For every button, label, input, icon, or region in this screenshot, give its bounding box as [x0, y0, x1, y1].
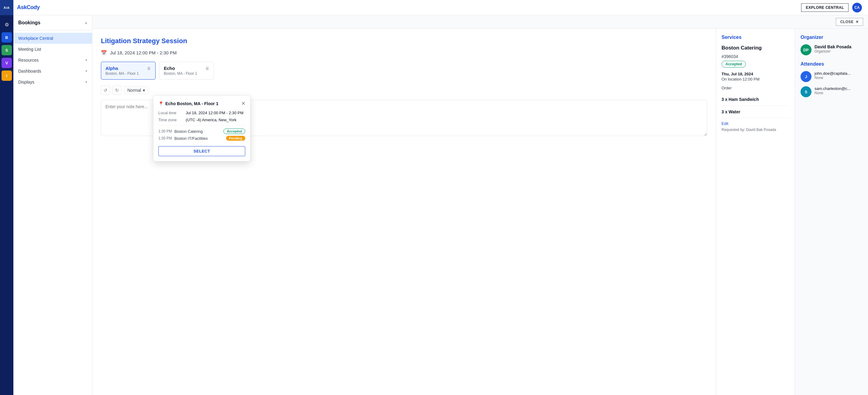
service-status-pending: Pending [226, 136, 245, 141]
services-panel-title: Services [721, 35, 789, 40]
module-v-icon[interactable]: V [2, 58, 12, 68]
attendee-info-john: john.doe@capitala... None [814, 71, 851, 80]
redo-button[interactable]: ↻ [113, 86, 122, 95]
popup-service-left-catering: 1:30 PM Boston Catering [158, 129, 203, 134]
module-i-icon[interactable]: I [2, 70, 12, 81]
sidebar-item-label: Displays [18, 79, 34, 85]
attendee-john: J john.doe@capitala... None [801, 71, 863, 82]
attendees-title: Attendees [801, 61, 863, 67]
room-card-echo[interactable]: Echo 🖥 Boston, MA - Floor 1 [159, 62, 214, 79]
attendee-sam: S sam.charleston@c... None [801, 86, 863, 97]
room-card-alpha[interactable]: Alpha 🖥 Boston, MA - Floor 1 [101, 62, 156, 79]
sidebar-item-displays[interactable]: Displays ▾ [13, 76, 92, 88]
collapse-sidebar-button[interactable]: « [85, 20, 87, 25]
timezone-label: Time zone [158, 118, 183, 122]
room-card-echo-header: Echo 🖥 [164, 66, 209, 71]
chevron-down-icon: ▾ [85, 58, 87, 62]
sidebar-title: Bookings [18, 20, 40, 26]
monitor-icon-echo: 🖥 [205, 66, 209, 71]
popup-title: 📍 Echo Boston, MA - Floor 1 [158, 101, 218, 106]
select-room-button[interactable]: SELECT [158, 146, 245, 156]
chevron-down-icon: ▾ [85, 80, 87, 84]
popup-card: 📍 Echo Boston, MA - Floor 1 ✕ Local time… [153, 95, 250, 161]
room-location-alpha: Boston, MA - Floor 1 [105, 71, 151, 76]
organizer-title: Organizer [801, 35, 863, 40]
popup-close-button[interactable]: ✕ [241, 101, 245, 106]
organizer-info: David Bak Posada Organizer [814, 44, 851, 54]
popup-divider [158, 125, 245, 126]
close-label: CLOSE [840, 20, 854, 24]
chevron-down-icon: ▾ [143, 88, 145, 93]
service-time-catering: 1:30 PM [158, 129, 172, 133]
attendee-email-sam: sam.charleston@c... [814, 86, 851, 91]
undo-button[interactable]: ↺ [101, 86, 110, 95]
sidebar-nav: Workplace Central Meeting List Resources… [13, 30, 92, 90]
requested-by-text: Requested by: David Bak Posada [721, 128, 789, 132]
service-time-it: 1:30 PM [158, 136, 172, 140]
close-bar: CLOSE ✕ [92, 15, 868, 29]
sidebar-item-meeting-list[interactable]: Meeting List [13, 44, 92, 55]
attendee-status-john: None [814, 76, 851, 80]
settings-icon[interactable]: ⚙ [2, 20, 12, 30]
popup-service-catering: 1:30 PM Boston Catering Accepted [158, 129, 245, 134]
service-name-catering: Boston Catering [175, 129, 203, 134]
timezone-value: (UTC -4) America, New_York [186, 118, 237, 122]
popup-service-it: 1:30 PM Boston IT/Facilities Pending [158, 136, 245, 141]
popup-title-text: Echo Boston, MA - Floor 1 [165, 101, 218, 106]
sidebar-item-dashboards[interactable]: Dashboards ▾ [13, 66, 92, 76]
logo-area: Ask [0, 0, 13, 15]
text-format-dropdown[interactable]: Normal ▾ [124, 86, 148, 94]
sidebar-item-label: Resources [18, 58, 39, 63]
services-panel: Services Boston Catering #396034 Accepte… [716, 29, 795, 395]
room-card-alpha-header: Alpha 🖥 [105, 66, 151, 71]
popup-header: 📍 Echo Boston, MA - Floor 1 ✕ [158, 101, 245, 106]
attendee-status-sam: None [814, 91, 851, 95]
booking-datetime: 📅 Jul 18, 2024 12:00 PM - 2:30 PM [101, 50, 707, 56]
icon-rail: Ask ⚙ B S V I [0, 0, 13, 395]
module-b-icon[interactable]: B [2, 32, 12, 42]
service-status-accepted: Accepted [223, 129, 245, 134]
service-badge-row: Accepted [721, 61, 789, 67]
content-row: Litigation Strategy Session 📅 Jul 18, 20… [92, 29, 868, 395]
app-logo: AskCody [17, 4, 40, 11]
top-bar: AskCody EXPLORE CENTRAL CA [13, 0, 868, 15]
top-bar-right: EXPLORE CENTRAL CA [801, 3, 862, 12]
room-name-alpha: Alpha [105, 66, 118, 71]
organizer-avatar: DP [801, 44, 811, 55]
attendee-info-sam: sam.charleston@c... None [814, 86, 851, 95]
chevron-down-icon: ▾ [85, 69, 87, 73]
local-time-value: Jul 18, 2024 12:00 PM - 2:30 PM [186, 110, 243, 115]
service-name: Boston Catering [721, 45, 789, 51]
organizer-role: Organizer [814, 49, 851, 54]
sidebar-item-label: Dashboards [18, 69, 41, 73]
sidebar-item-workplace-central[interactable]: Workplace Central [13, 33, 92, 44]
sidebar-item-label: Workplace Central [18, 36, 53, 41]
service-name-it: Boston IT/Facilities [175, 136, 208, 141]
sidebar: Bookings « Workplace Central Meeting Lis… [13, 15, 92, 395]
user-avatar[interactable]: CA [852, 3, 862, 12]
rooms-row: Alpha 🖥 Boston, MA - Floor 1 Echo 🖥 Bost… [101, 62, 707, 79]
booking-title: Litigation Strategy Session [101, 37, 707, 45]
service-date: Thu, Jul 18, 2024 [721, 72, 789, 76]
order-item-water: 3 x Water [721, 106, 789, 118]
organizer-panel: Organizer DP David Bak Posada Organizer … [795, 29, 868, 395]
sidebar-header: Bookings « [13, 15, 92, 30]
room-popup: 📍 Echo Boston, MA - Floor 1 ✕ Local time… [153, 95, 250, 161]
monitor-icon: 🖥 [147, 66, 151, 71]
main-area: CLOSE ✕ Litigation Strategy Session 📅 Ju… [92, 15, 868, 395]
popup-local-time-row: Local time Jul 18, 2024 12:00 PM - 2:30 … [158, 110, 245, 115]
module-s-icon[interactable]: S [2, 45, 12, 55]
edit-service-link[interactable]: Edit [721, 121, 789, 126]
room-name-echo: Echo [164, 66, 175, 71]
close-icon: ✕ [856, 20, 859, 24]
attendee-email-john: john.doe@capitala... [814, 71, 851, 76]
toolbar-row: ↺ ↻ Normal ▾ [101, 86, 707, 95]
organizer-name: David Bak Posada [814, 44, 851, 49]
close-button[interactable]: CLOSE ✕ [836, 18, 863, 26]
service-time-location: On location 12:00 PM [721, 77, 789, 81]
booking-detail-panel: Litigation Strategy Session 📅 Jul 18, 20… [92, 29, 716, 395]
explore-central-button[interactable]: EXPLORE CENTRAL [801, 3, 848, 12]
attendee-avatar-s: S [801, 86, 811, 97]
sidebar-item-resources[interactable]: Resources ▾ [13, 55, 92, 66]
booking-datetime-text: Jul 18, 2024 12:00 PM - 2:30 PM [110, 50, 177, 55]
